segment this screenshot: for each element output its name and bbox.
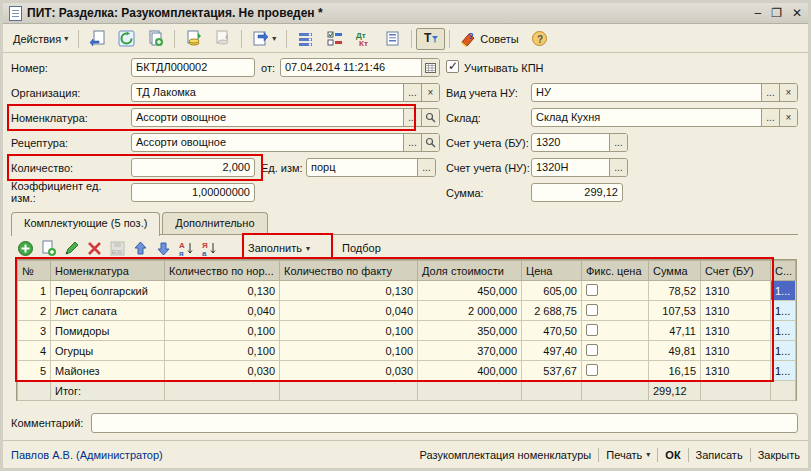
column-header[interactable]: Фикс. цена bbox=[582, 261, 649, 281]
end-edit-icon[interactable]: ЕОК bbox=[109, 240, 126, 257]
nomenclature-field[interactable]: Ассорти овощное ... bbox=[131, 108, 440, 127]
move-up-icon[interactable] bbox=[132, 240, 149, 257]
select-icon[interactable]: ... bbox=[403, 109, 421, 126]
reread-button[interactable] bbox=[83, 28, 112, 50]
table-cell[interactable]: 470,50 bbox=[522, 321, 582, 341]
table-cell[interactable]: 0,040 bbox=[280, 301, 418, 321]
number-field[interactable]: БКТДЛ000002 bbox=[131, 58, 255, 77]
table-cell[interactable]: 1310 bbox=[701, 321, 771, 341]
column-header[interactable]: Цена bbox=[522, 261, 582, 281]
move-down-icon[interactable] bbox=[155, 240, 172, 257]
column-header[interactable]: Счет (БУ) bbox=[701, 261, 771, 281]
post-document-button[interactable] bbox=[179, 28, 208, 50]
table-cell[interactable]: Огурцы bbox=[51, 341, 165, 361]
tips-button[interactable]: ? Советы bbox=[454, 28, 524, 50]
text-filter-toggle[interactable]: Т bbox=[416, 28, 445, 50]
table-cell[interactable]: 1310 bbox=[701, 361, 771, 381]
select-icon[interactable]: ... bbox=[403, 134, 421, 151]
minimize-icon[interactable]: – bbox=[754, 6, 761, 20]
coefficient-field[interactable]: 1,00000000 bbox=[131, 183, 255, 202]
select-icon[interactable]: ... bbox=[609, 134, 627, 151]
amount-field[interactable]: 299,12 bbox=[531, 183, 623, 202]
column-header[interactable]: Номенклатура bbox=[51, 261, 165, 281]
organization-field[interactable]: ТД Лакомка ... × bbox=[131, 83, 440, 102]
clear-icon[interactable]: × bbox=[421, 84, 439, 101]
maximize-icon[interactable]: ❐ bbox=[771, 6, 782, 20]
table-cell[interactable]: 0,100 bbox=[280, 341, 418, 361]
table-cell[interactable]: 400,000 bbox=[418, 361, 522, 381]
column-header[interactable]: Количество по нор... bbox=[165, 261, 280, 281]
fixed-price-cell[interactable] bbox=[582, 321, 649, 341]
table-cell[interactable]: 3 bbox=[18, 321, 51, 341]
table-cell[interactable]: 107,53 bbox=[649, 301, 701, 321]
copy-document-button[interactable] bbox=[141, 28, 170, 50]
sort-asc-icon[interactable]: Ая bbox=[178, 240, 195, 257]
dt-kt-button[interactable]: ДтКт bbox=[349, 28, 378, 50]
table-cell[interactable]: 1 bbox=[18, 281, 51, 301]
delete-row-icon[interactable] bbox=[86, 240, 103, 257]
select-icon[interactable]: ... bbox=[761, 84, 779, 101]
refresh-button[interactable] bbox=[112, 28, 141, 50]
select-icon[interactable]: ... bbox=[417, 159, 435, 176]
table-cell[interactable]: 0,100 bbox=[165, 321, 280, 341]
fixed-price-cell[interactable] bbox=[582, 301, 649, 321]
nu-kind-field[interactable]: НУ ... × bbox=[531, 83, 798, 102]
magnifier-icon[interactable] bbox=[421, 109, 439, 126]
print-button[interactable]: Печать ▾ bbox=[606, 449, 650, 461]
table-cell[interactable]: 49,81 bbox=[649, 341, 701, 361]
column-header[interactable]: С... bbox=[771, 261, 796, 281]
comment-input[interactable] bbox=[91, 413, 798, 433]
select-icon[interactable]: ... bbox=[761, 109, 779, 126]
fixed-price-cell[interactable] bbox=[582, 281, 649, 301]
table-cell[interactable]: 78,52 bbox=[649, 281, 701, 301]
table-cell[interactable]: 1... bbox=[771, 361, 796, 381]
ok-button[interactable]: ОК bbox=[665, 449, 680, 461]
select-icon[interactable]: ... bbox=[403, 84, 421, 101]
table-cell[interactable]: 1... bbox=[771, 341, 796, 361]
table-cell[interactable]: 1310 bbox=[701, 281, 771, 301]
pick-button[interactable]: Подбор bbox=[336, 239, 387, 257]
column-header[interactable]: Сумма bbox=[649, 261, 701, 281]
table-cell[interactable]: Лист салата bbox=[51, 301, 165, 321]
list-selection-button[interactable] bbox=[320, 28, 349, 50]
fixed-price-checkbox[interactable] bbox=[586, 324, 598, 336]
table-cell[interactable]: 1310 bbox=[701, 301, 771, 321]
table-cell[interactable]: 1... bbox=[771, 301, 796, 321]
account-bu-field[interactable]: 1320 ... bbox=[531, 133, 628, 152]
tab-components[interactable]: Комплектующие (5 поз.) bbox=[11, 212, 160, 236]
table-cell[interactable]: 1310 bbox=[701, 341, 771, 361]
magnifier-icon[interactable] bbox=[421, 134, 439, 151]
select-icon[interactable]: ... bbox=[609, 159, 627, 176]
goto-button[interactable]: ▾ bbox=[246, 28, 282, 50]
quantity-field[interactable]: 2,000 bbox=[131, 158, 255, 177]
edit-row-icon[interactable] bbox=[63, 240, 80, 257]
account-nu-field[interactable]: 1320Н ... bbox=[531, 158, 628, 177]
table-cell[interactable]: 370,000 bbox=[418, 341, 522, 361]
table-cell[interactable]: 450,000 bbox=[418, 281, 522, 301]
table-cell[interactable]: 537,67 bbox=[522, 361, 582, 381]
calendar-icon[interactable] bbox=[421, 59, 439, 76]
table-cell[interactable]: 0,130 bbox=[280, 281, 418, 301]
recipe-field[interactable]: Ассорти овощное ... bbox=[131, 133, 440, 152]
fixed-price-cell[interactable] bbox=[582, 361, 649, 381]
tab-additional[interactable]: Дополнительно bbox=[162, 212, 267, 235]
unit-field[interactable]: порц ... bbox=[306, 158, 436, 177]
list-settings-button[interactable] bbox=[291, 28, 320, 50]
table-cell[interactable]: 47,11 bbox=[649, 321, 701, 341]
save-button[interactable]: Записать bbox=[696, 449, 743, 461]
table-cell[interactable]: 0,130 bbox=[165, 281, 280, 301]
column-header[interactable]: Количество по факту bbox=[280, 261, 418, 281]
table-cell[interactable]: Помидоры bbox=[51, 321, 165, 341]
warehouse-field[interactable]: Склад Кухня ... × bbox=[531, 108, 798, 127]
copy-row-icon[interactable] bbox=[40, 240, 57, 257]
fill-button[interactable]: Заполнить ▾ bbox=[242, 239, 316, 257]
table-cell[interactable]: 0,100 bbox=[165, 341, 280, 361]
table-cell[interactable]: 16,15 bbox=[649, 361, 701, 381]
table-cell[interactable]: 1... bbox=[771, 321, 796, 341]
fixed-price-cell[interactable] bbox=[582, 341, 649, 361]
clear-icon[interactable]: × bbox=[779, 109, 797, 126]
close-icon[interactable]: ✕ bbox=[792, 6, 802, 20]
fixed-price-checkbox[interactable] bbox=[586, 284, 598, 296]
table-cell[interactable]: 1... bbox=[771, 281, 796, 301]
close-button[interactable]: Закрыть bbox=[758, 449, 800, 461]
